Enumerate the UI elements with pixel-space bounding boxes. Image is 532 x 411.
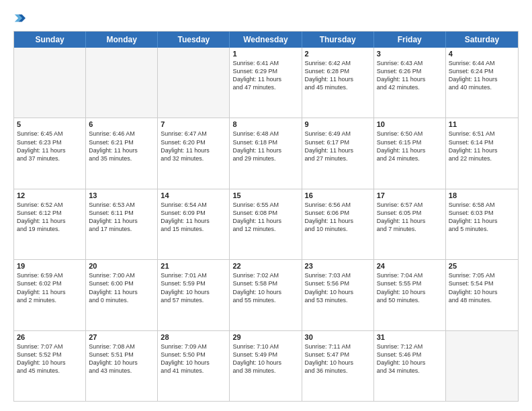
- cell-day-number: 2: [305, 50, 371, 58]
- cal-row: 26Sunrise: 7:07 AM Sunset: 5:52 PM Dayli…: [14, 330, 518, 401]
- cal-cell: 29Sunrise: 7:10 AM Sunset: 5:49 PM Dayli…: [230, 331, 302, 401]
- cell-info: Sunrise: 6:58 AM Sunset: 6:03 PM Dayligh…: [449, 201, 515, 234]
- cell-info: Sunrise: 7:04 AM Sunset: 5:55 PM Dayligh…: [377, 271, 443, 304]
- cal-cell: 22Sunrise: 7:02 AM Sunset: 5:58 PM Dayli…: [230, 260, 302, 330]
- cell-day-number: 11: [449, 120, 515, 128]
- logo: [13, 12, 28, 24]
- cell-info: Sunrise: 6:55 AM Sunset: 6:08 PM Dayligh…: [232, 201, 298, 234]
- cal-cell: 12Sunrise: 6:52 AM Sunset: 6:12 PM Dayli…: [14, 189, 86, 259]
- header: [13, 12, 519, 24]
- cell-info: Sunrise: 6:50 AM Sunset: 6:15 PM Dayligh…: [377, 130, 443, 163]
- cal-cell: 16Sunrise: 6:56 AM Sunset: 6:06 PM Dayli…: [302, 189, 374, 259]
- cell-info: Sunrise: 6:46 AM Sunset: 6:21 PM Dayligh…: [89, 130, 154, 163]
- cell-day-number: 23: [305, 262, 371, 270]
- cell-day-number: 18: [449, 191, 515, 199]
- cell-info: Sunrise: 6:48 AM Sunset: 6:18 PM Dayligh…: [232, 130, 298, 163]
- cell-day-number: 14: [161, 191, 226, 199]
- cell-day-number: 19: [17, 262, 83, 270]
- cell-day-number: 7: [161, 120, 226, 128]
- cell-day-number: 25: [449, 262, 515, 270]
- cal-header-cell: Tuesday: [158, 32, 230, 48]
- cell-day-number: 20: [89, 262, 154, 270]
- cell-info: Sunrise: 7:09 AM Sunset: 5:50 PM Dayligh…: [161, 342, 226, 375]
- cell-day-number: 8: [232, 120, 298, 128]
- cell-info: Sunrise: 6:57 AM Sunset: 6:05 PM Dayligh…: [377, 201, 443, 234]
- cal-cell: 30Sunrise: 7:11 AM Sunset: 5:47 PM Dayli…: [302, 331, 374, 401]
- cal-cell: 4Sunrise: 6:44 AM Sunset: 6:24 PM Daylig…: [446, 48, 518, 118]
- cal-header-cell: Sunday: [14, 32, 86, 48]
- cell-info: Sunrise: 7:12 AM Sunset: 5:46 PM Dayligh…: [377, 342, 443, 375]
- cell-info: Sunrise: 7:01 AM Sunset: 5:59 PM Dayligh…: [161, 271, 226, 304]
- cell-day-number: 29: [232, 333, 298, 341]
- cell-info: Sunrise: 6:56 AM Sunset: 6:06 PM Dayligh…: [305, 201, 371, 234]
- cell-day-number: 17: [377, 191, 443, 199]
- cal-header-cell: Saturday: [446, 32, 518, 48]
- cal-cell: 11Sunrise: 6:51 AM Sunset: 6:14 PM Dayli…: [446, 118, 518, 188]
- cal-cell: 23Sunrise: 7:03 AM Sunset: 5:56 PM Dayli…: [302, 260, 374, 330]
- cal-row: 12Sunrise: 6:52 AM Sunset: 6:12 PM Dayli…: [14, 189, 518, 259]
- cal-row: 19Sunrise: 6:59 AM Sunset: 6:02 PM Dayli…: [14, 259, 518, 330]
- cell-info: Sunrise: 6:49 AM Sunset: 6:17 PM Dayligh…: [305, 130, 371, 163]
- cal-cell: 20Sunrise: 7:00 AM Sunset: 6:00 PM Dayli…: [86, 260, 158, 330]
- cal-cell: 17Sunrise: 6:57 AM Sunset: 6:05 PM Dayli…: [374, 189, 446, 259]
- cal-cell: 25Sunrise: 7:05 AM Sunset: 5:54 PM Dayli…: [446, 260, 518, 330]
- cell-day-number: 22: [232, 262, 298, 270]
- cal-cell: [446, 331, 518, 401]
- cell-day-number: 27: [89, 333, 154, 341]
- cell-day-number: 9: [305, 120, 371, 128]
- cal-cell: 13Sunrise: 6:53 AM Sunset: 6:11 PM Dayli…: [86, 189, 158, 259]
- cell-day-number: 28: [161, 333, 226, 341]
- cell-info: Sunrise: 6:42 AM Sunset: 6:28 PM Dayligh…: [305, 59, 371, 92]
- cell-day-number: 16: [305, 191, 371, 199]
- cell-info: Sunrise: 6:54 AM Sunset: 6:09 PM Dayligh…: [161, 201, 226, 234]
- cell-info: Sunrise: 6:59 AM Sunset: 6:02 PM Dayligh…: [17, 271, 83, 304]
- cell-day-number: 12: [17, 191, 83, 199]
- cell-day-number: 5: [17, 120, 83, 128]
- cell-day-number: 31: [377, 333, 443, 341]
- cell-info: Sunrise: 6:47 AM Sunset: 6:20 PM Dayligh…: [161, 130, 226, 163]
- cell-day-number: 4: [449, 50, 515, 58]
- cal-cell: 31Sunrise: 7:12 AM Sunset: 5:46 PM Dayli…: [374, 331, 446, 401]
- cell-day-number: 26: [17, 333, 83, 341]
- calendar-header-row: SundayMondayTuesdayWednesdayThursdayFrid…: [14, 32, 518, 48]
- cal-header-cell: Wednesday: [230, 32, 302, 48]
- cal-cell: [158, 48, 230, 118]
- cell-day-number: 10: [377, 120, 443, 128]
- cell-day-number: 15: [232, 191, 298, 199]
- cal-cell: 10Sunrise: 6:50 AM Sunset: 6:15 PM Dayli…: [374, 118, 446, 188]
- cal-row: 1Sunrise: 6:41 AM Sunset: 6:29 PM Daylig…: [14, 48, 518, 118]
- cell-info: Sunrise: 6:51 AM Sunset: 6:14 PM Dayligh…: [449, 130, 515, 163]
- cal-header-cell: Monday: [86, 32, 158, 48]
- cal-cell: 1Sunrise: 6:41 AM Sunset: 6:29 PM Daylig…: [230, 48, 302, 118]
- cal-cell: 7Sunrise: 6:47 AM Sunset: 6:20 PM Daylig…: [158, 118, 230, 188]
- cell-info: Sunrise: 6:44 AM Sunset: 6:24 PM Dayligh…: [449, 59, 515, 92]
- cal-row: 5Sunrise: 6:45 AM Sunset: 6:23 PM Daylig…: [14, 118, 518, 188]
- cell-day-number: 30: [305, 333, 371, 341]
- cal-header-cell: Friday: [374, 32, 446, 48]
- cell-info: Sunrise: 6:53 AM Sunset: 6:11 PM Dayligh…: [89, 201, 154, 234]
- calendar-body: 1Sunrise: 6:41 AM Sunset: 6:29 PM Daylig…: [14, 48, 518, 401]
- cal-cell: 6Sunrise: 6:46 AM Sunset: 6:21 PM Daylig…: [86, 118, 158, 188]
- cell-day-number: 13: [89, 191, 154, 199]
- cal-cell: [14, 48, 86, 118]
- logo-icon: [13, 12, 26, 24]
- cal-cell: 14Sunrise: 6:54 AM Sunset: 6:09 PM Dayli…: [158, 189, 230, 259]
- cell-info: Sunrise: 6:41 AM Sunset: 6:29 PM Dayligh…: [232, 59, 298, 92]
- cal-cell: 21Sunrise: 7:01 AM Sunset: 5:59 PM Dayli…: [158, 260, 230, 330]
- cal-cell: 2Sunrise: 6:42 AM Sunset: 6:28 PM Daylig…: [302, 48, 374, 118]
- calendar: SundayMondayTuesdayWednesdayThursdayFrid…: [13, 31, 519, 402]
- cell-info: Sunrise: 7:00 AM Sunset: 6:00 PM Dayligh…: [89, 271, 154, 304]
- cal-cell: 24Sunrise: 7:04 AM Sunset: 5:55 PM Dayli…: [374, 260, 446, 330]
- cell-info: Sunrise: 6:52 AM Sunset: 6:12 PM Dayligh…: [17, 201, 83, 234]
- cal-header-cell: Thursday: [302, 32, 374, 48]
- cal-cell: 8Sunrise: 6:48 AM Sunset: 6:18 PM Daylig…: [230, 118, 302, 188]
- cal-cell: 5Sunrise: 6:45 AM Sunset: 6:23 PM Daylig…: [14, 118, 86, 188]
- cal-cell: 19Sunrise: 6:59 AM Sunset: 6:02 PM Dayli…: [14, 260, 86, 330]
- cal-cell: 15Sunrise: 6:55 AM Sunset: 6:08 PM Dayli…: [230, 189, 302, 259]
- cell-info: Sunrise: 7:02 AM Sunset: 5:58 PM Dayligh…: [232, 271, 298, 304]
- cell-day-number: 3: [377, 50, 443, 58]
- cell-day-number: 1: [232, 50, 298, 58]
- cal-cell: [86, 48, 158, 118]
- cell-info: Sunrise: 7:10 AM Sunset: 5:49 PM Dayligh…: [232, 342, 298, 375]
- cal-cell: 3Sunrise: 6:43 AM Sunset: 6:26 PM Daylig…: [374, 48, 446, 118]
